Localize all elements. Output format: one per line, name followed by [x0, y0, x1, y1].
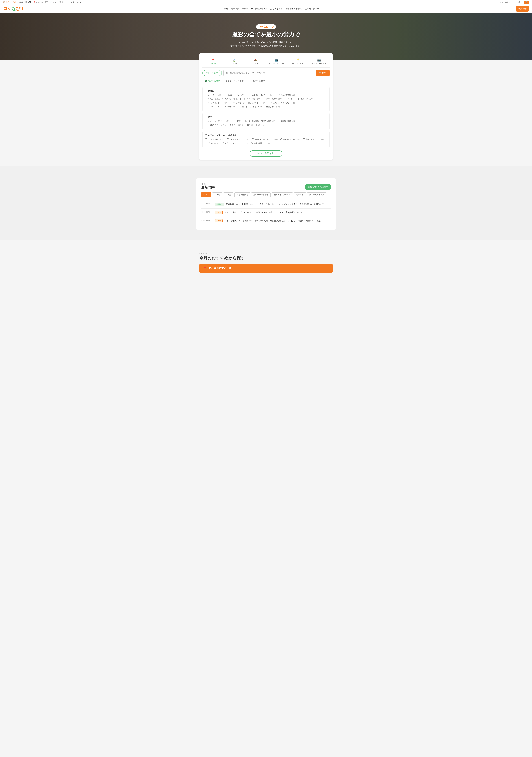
top-nav-magazine[interactable]: ✉️ メルマガ登録 — [50, 1, 63, 3]
nav-voice[interactable]: 映像関係者の声 — [305, 7, 319, 10]
top-nav-listing[interactable]: 📋 掲載のご依頼 — [3, 1, 16, 3]
header-search-button[interactable]: 🔍 — [524, 1, 529, 4]
category-tab-loke-ben[interactable]: 🍱 ロケ弁 — [245, 56, 266, 67]
list-item[interactable]: 日本家屋・古民家・和室（12件） — [249, 120, 278, 122]
news-date: 2022.03.04 — [201, 219, 213, 221]
pickup-banner-icon: 📍 — [203, 266, 207, 270]
nav-loke-ben[interactable]: ロケ弁 — [242, 7, 248, 10]
pickup-section: PICK UP 今月のおすすめから探す 📍 ロケ地おすすめ一覧 — [196, 253, 336, 273]
category-tabs: 📍 ロケ地 🏔️ 地域ロケ 🍱 ロケ弁 📺 旅・情報番組ネタ 🥂 — [203, 56, 329, 68]
category-tab-party[interactable]: 🥂 打ち上げ会場 — [287, 56, 308, 67]
list-item[interactable]: チャペル・神殿（7件） — [280, 138, 301, 140]
list-item[interactable]: マンション・アパート（9件） — [205, 120, 231, 122]
list-item[interactable]: 一軒家（11件） — [233, 120, 248, 122]
list-item[interactable]: その他（ファミレス、食堂など）（6件） — [246, 106, 281, 108]
filter-tab-area[interactable]: エリアから探す — [224, 78, 246, 84]
search-bar: 詳細から探す↑ 🔍 検索 — [203, 70, 329, 76]
list-item[interactable]: クラブ・ライブ・ステージ（5件） — [285, 98, 314, 100]
news-tab-party[interactable]: 打ち上げ会場 — [235, 193, 250, 197]
news-tab-loke-chi[interactable]: ロケ地 — [212, 193, 222, 197]
list-item[interactable]: 高級クラブ・キャバクラ（8件） — [268, 102, 296, 104]
hero-title: 撮影の全てを最小の労力で — [230, 31, 302, 39]
search-section: 📍 ロケ地 🏔️ 地域ロケ 🍱 ロケ弁 📺 旅・情報番組ネタ 🥂 — [199, 53, 333, 160]
nav-photo-support[interactable]: 撮影サポート情報 — [286, 7, 302, 10]
list-item[interactable]: 住宅地・別荘地（4件） — [245, 124, 266, 126]
news-tab-photo-support[interactable]: 撮影サポート情報 — [251, 193, 271, 197]
facility-items-dining: レストラン（23件） 高級レストラン（7件） レストラン（京あり）（13件） カ… — [205, 94, 327, 108]
nav-party[interactable]: 打ち上げ会場 — [270, 7, 282, 10]
list-item[interactable]: ホテル・旅館（25件） — [205, 138, 225, 140]
category-tab-chiiki-loke[interactable]: 🏔️ 地域ロケ — [224, 56, 245, 67]
pickup-title: 今月のおすすめから探す — [199, 255, 333, 261]
facility-category-checkbox-hotel[interactable] — [205, 135, 207, 136]
news-tab-travel[interactable]: 旅・情報番組ネタ — [307, 193, 326, 197]
facility-section-housing: 住宅 マンション・アパート（9件） 一軒家（11件） 日本家屋・古民家・和室（1… — [203, 113, 329, 130]
news-item: 2022.03.15 地域ロケ 新着地域ブログ1件【撮影サポート力抜群！「君の名… — [201, 200, 331, 208]
list-item[interactable]: レストラン（京あり）（13件） — [248, 94, 274, 96]
faq-icon: ❓ — [33, 1, 36, 3]
nav-chiiki-loke[interactable]: 地域ロケ — [231, 7, 239, 10]
view-all-facilities-button[interactable]: すべての施設を見る — [250, 150, 282, 157]
facility-items-housing: マンション・アパート（9件） 一軒家（11件） 日本家屋・古民家・和室（12件）… — [205, 120, 327, 127]
news-date: 2022.03.15 — [201, 211, 213, 213]
hero-badge: ロケなび！で — [256, 24, 276, 29]
pickup-label: PICK UP — [199, 253, 333, 255]
news-tabs: すべて ロケ地 ロケ弁 打ち上げ会場 撮影サポート情報 制作者インタビュー 地域… — [201, 193, 331, 197]
loke-ben-icon: 🍱 — [254, 58, 257, 62]
news-badge: 地域ロケ — [215, 203, 224, 206]
list-item[interactable]: パーティー会場（14件） — [240, 98, 262, 100]
news-header: NEWS 最新情報 最新情報をさらに表示 — [201, 183, 331, 190]
list-item[interactable]: バー／カウンター（11件） — [205, 102, 228, 104]
list-item[interactable]: ハウススタジオ・ホリゾントスタジオ（13件） — [205, 124, 244, 126]
list-item[interactable]: レストラン（23件） — [205, 94, 223, 96]
register-button[interactable]: 会員登録 — [516, 6, 529, 12]
search-button[interactable]: 🔍 検索 — [316, 70, 329, 76]
news-text: 新着地域ブログ1件【撮影サポート力抜群！「君の名は。」のモデル地で有名な岐阜県飛… — [226, 203, 325, 206]
news-tab-all[interactable]: すべて — [201, 193, 211, 197]
list-item[interactable]: 庭園・ガーデン（12件） — [303, 138, 324, 140]
news-more-button[interactable]: 最新情報をさらに表示 — [305, 184, 331, 190]
search-detail-button[interactable]: 詳細から探す↑ — [203, 70, 222, 76]
nav-loke-chi[interactable]: ロケ地 — [222, 7, 228, 10]
facility-section-hotel: ホテル・ブライダル・結婚式場 ホテル・旅館（25件） ロビー・ラウンジ（23件）… — [203, 131, 329, 148]
list-item[interactable]: 料亭・居酒屋（8件） — [264, 98, 283, 100]
header-search-bar: 🔍 — [498, 1, 529, 4]
news-tab-interview[interactable]: 制作者インタビュー — [271, 193, 293, 197]
facility-items-hotel: ホテル・旅館（25件） ロビー・ラウンジ（23件） 披露宴・パーティ会場（20件… — [205, 138, 327, 145]
category-tab-photo-support[interactable]: 📷 撮影サポート情報 — [308, 56, 329, 67]
facility-category-checkbox-housing[interactable] — [205, 116, 207, 118]
pickup-banner[interactable]: 📍 ロケ地おすすめ一覧 — [199, 264, 333, 273]
news-item: 2022.03.04 ロケ地 【事件や殺人シーンも撮影でき、暴力シーンなどの相談… — [201, 217, 331, 225]
list-item[interactable]: 高級レストラン（7件） — [225, 94, 246, 96]
news-tab-chiiki-loke[interactable]: 地域ロケ — [294, 193, 306, 197]
list-item[interactable]: カフェ／喫茶店（テラスあり）（20件） — [205, 98, 238, 100]
facility-category-checkbox-dining[interactable] — [205, 90, 207, 92]
nav-travel-info[interactable]: 旅・情報番組ネタ — [251, 7, 267, 10]
top-nav-faq[interactable]: ❓ よくあるご質問 — [33, 1, 48, 3]
top-nav-production[interactable]: 制作会社様へ🔲 — [18, 1, 31, 3]
filter-tab-condition[interactable]: 条件から探す — [248, 78, 267, 84]
site-logo[interactable]: ロケなび！ — [3, 6, 25, 12]
news-tab-loke-ben[interactable]: ロケ弁 — [223, 193, 234, 197]
list-item[interactable]: カフェ／喫茶店（14件） — [276, 94, 298, 96]
news-label: NEWS — [201, 183, 216, 185]
list-item[interactable]: ビリヤード・ダーツ・カラオケ・カジノ（3件） — [205, 106, 245, 108]
category-tab-loke-chi[interactable]: 📍 ロケ地 — [203, 56, 224, 67]
photo-support-icon: 📷 — [317, 58, 321, 62]
filter-tab-facility[interactable]: 施設から探す — [203, 78, 222, 84]
chiiki-loke-icon: 🏔️ — [233, 58, 236, 62]
news-badge: ロケ地 — [215, 211, 223, 214]
list-item[interactable]: ロビー・ラウンジ（23件） — [227, 138, 250, 140]
header-search-input[interactable] — [498, 1, 523, 4]
party-icon: 🥂 — [296, 58, 299, 62]
search-input[interactable] — [223, 70, 314, 76]
heart-icon: ♡ — [66, 1, 68, 3]
list-item[interactable]: 洋館・豪邸（13件） — [280, 120, 298, 122]
category-tab-travel[interactable]: 📺 旅・情報番組ネタ — [266, 56, 287, 67]
list-item[interactable]: 披露宴・パーティ会場（20件） — [252, 138, 279, 140]
list-item[interactable]: バー／カウンター（カジュアル系）（7件） — [230, 102, 266, 104]
list-item[interactable]: リゾート（マリーナ・コテージ・ゴルフ場・牧場）（12件） — [222, 142, 270, 144]
top-nav-favorites[interactable]: ♡ お気に入りリスト — [66, 1, 81, 3]
news-title: 最新情報 — [201, 185, 216, 190]
list-item[interactable]: プール（12件） — [205, 142, 220, 144]
